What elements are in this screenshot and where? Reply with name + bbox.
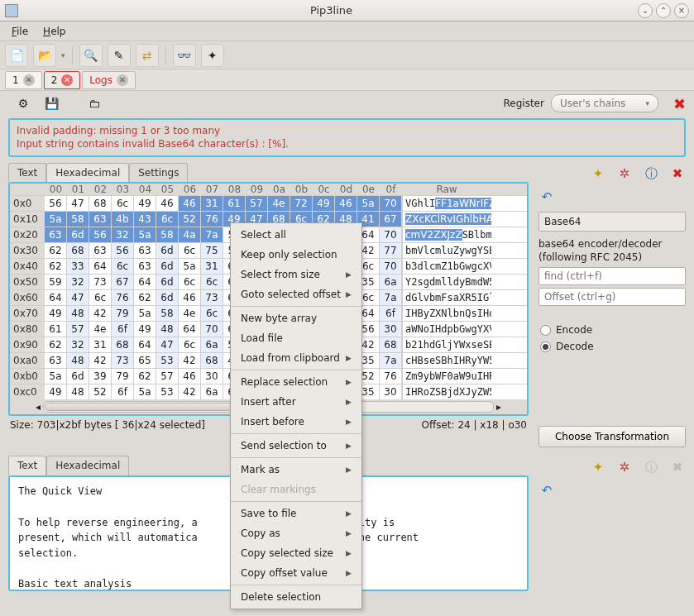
ctx-select-all[interactable]: Select all [231, 225, 361, 245]
choose-transformation-button[interactable]: Choose Transformation [538, 426, 686, 447]
wand-icon[interactable]: ✦ [201, 44, 224, 67]
offset-input[interactable] [538, 288, 686, 306]
ctx-copy-offset-value[interactable]: Copy offset value▶ [231, 563, 361, 583]
close-panel-icon[interactable]: ✖ [673, 95, 686, 112]
size-status: Size: 703|x2bf bytes [ 36|x24 selected] [10, 419, 205, 431]
maximize-button[interactable]: ⌃ [656, 3, 671, 18]
new-icon[interactable]: 📄 [5, 44, 28, 67]
context-menu: Select all Keep only selection Select fr… [230, 222, 362, 609]
ctx-replace-selection[interactable]: Replace selection▶ [231, 372, 361, 392]
close-icon[interactable]: ✕ [117, 74, 128, 86]
doc-tab-logs[interactable]: Logs✕ [82, 71, 136, 89]
transform-desc: base64 encoder/decoder (following RFC 20… [538, 238, 686, 264]
ctx-new-byte-array[interactable]: New byte array [231, 308, 361, 328]
window-title: Pip3line [25, 4, 638, 17]
register-select[interactable]: User's chains▾ [551, 94, 658, 112]
offset-status: Offset: 24 | x18 | o30 [421, 419, 527, 431]
ctx-copy-as[interactable]: Copy as▶ [231, 523, 361, 543]
ctx-load-clipboard[interactable]: Load from clipboard▶ [231, 348, 361, 368]
info-icon[interactable]: ⓘ [643, 165, 659, 182]
delete-icon[interactable]: ✖ [669, 165, 686, 182]
register-label: Register [504, 98, 544, 109]
ctx-select-from-size[interactable]: Select from size▶ [231, 265, 361, 284]
ctx-goto-offset[interactable]: Goto selected offset▶ [231, 284, 361, 304]
ctx-save-to-file[interactable]: Save to file▶ [231, 504, 361, 523]
save-icon[interactable]: 💾 [40, 92, 63, 115]
ctx-keep-selection[interactable]: Keep only selection [231, 245, 361, 265]
app-icon [5, 4, 18, 17]
undo-icon[interactable]: ↶ [538, 189, 555, 205]
broom-icon[interactable]: ✦ [590, 459, 606, 475]
undo-icon[interactable]: ↶ [538, 482, 555, 499]
gear2-icon[interactable]: ✲ [616, 459, 633, 475]
result-tab-hex[interactable]: Hexadecimal [46, 456, 129, 475]
doc-tab-1[interactable]: 1✕ [5, 71, 42, 89]
transform-name: Base64 [538, 212, 686, 232]
find-input[interactable] [538, 267, 686, 285]
ctx-delete-selection[interactable]: Delete selection [231, 587, 361, 607]
decode-radio[interactable]: Decode [538, 338, 686, 355]
gear-icon[interactable]: ⚙ [12, 92, 35, 115]
edit-icon[interactable]: ✎ [108, 44, 131, 67]
close-window-button[interactable]: × [674, 3, 689, 18]
doc-tab-2[interactable]: 2✕ [44, 71, 81, 89]
tab-hexadecimal[interactable]: Hexadecimal [46, 163, 129, 182]
ctx-send-selection[interactable]: Send selection to▶ [231, 436, 361, 456]
error-box: Invalid padding: missing 1 or 3 too many… [8, 118, 686, 157]
ctx-insert-after[interactable]: Insert after▶ [231, 392, 361, 412]
result-tab-text[interactable]: Text [8, 456, 46, 475]
swap-icon[interactable]: ⇄ [136, 44, 159, 67]
folder-icon[interactable]: 🗀 [83, 92, 106, 115]
ctx-copy-selected-size[interactable]: Copy selected size▶ [231, 543, 361, 563]
menu-help[interactable]: Help [36, 23, 72, 40]
ctx-mark-as[interactable]: Mark as▶ [231, 460, 361, 480]
menu-file[interactable]: File [5, 23, 35, 40]
close-icon[interactable]: ✕ [23, 74, 35, 86]
delete-icon-disabled: ✖ [669, 459, 686, 475]
ctx-load-file[interactable]: Load file [231, 328, 361, 348]
zoom-icon[interactable]: 🔍 [79, 44, 103, 67]
minimize-button[interactable]: ⌄ [638, 3, 653, 18]
open-icon[interactable]: 📂 [33, 44, 56, 67]
binoculars-icon[interactable]: 👓 [173, 44, 196, 67]
gear2-icon[interactable]: ✲ [616, 165, 633, 182]
tab-text[interactable]: Text [8, 163, 46, 182]
close-icon[interactable]: ✕ [61, 74, 73, 86]
info-icon-disabled: ⓘ [643, 459, 659, 475]
ctx-clear-markings: Clear markings [231, 480, 361, 499]
tab-settings[interactable]: Settings [129, 163, 188, 182]
ctx-insert-before[interactable]: Insert before▶ [231, 412, 361, 432]
encode-radio[interactable]: Encode [538, 322, 686, 338]
broom-icon[interactable]: ✦ [590, 165, 606, 182]
